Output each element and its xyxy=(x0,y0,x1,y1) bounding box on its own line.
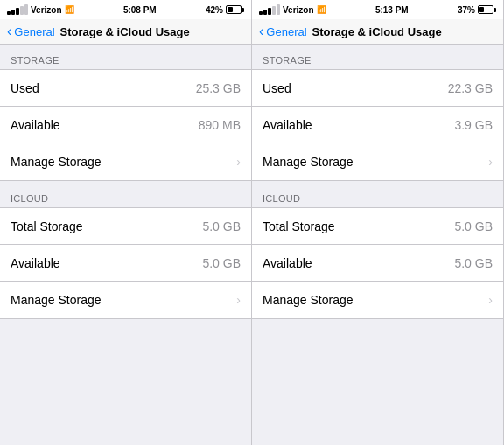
chevron-right-icon: › xyxy=(236,155,241,169)
row-value: 22.3 GB xyxy=(448,81,493,95)
row-right: › xyxy=(485,155,493,169)
storage-section-header: STORAGE xyxy=(252,45,503,69)
signal-dots-icon xyxy=(7,4,28,15)
back-label: General xyxy=(14,25,54,38)
row-label: Total Storage xyxy=(262,219,335,233)
status-bar: Verizon📶5:13 PM37% xyxy=(252,0,503,19)
row-label: Used xyxy=(10,81,39,95)
row-value: 5.0 GB xyxy=(454,219,493,233)
carrier-label: Verizon xyxy=(283,5,314,15)
icloud-row-2[interactable]: Manage Storage› xyxy=(0,282,251,318)
phone-panel-right: Verizon📶5:13 PM37%‹GeneralStorage & iClo… xyxy=(252,0,504,445)
storage-group: Used25.3 GBAvailable890 MBManage Storage… xyxy=(0,69,251,181)
nav-bar: ‹GeneralStorage & iCloud Usage xyxy=(0,19,251,45)
row-label: Available xyxy=(262,118,312,132)
row-label: Available xyxy=(262,256,312,270)
storage-group: Used22.3 GBAvailable3.9 GBManage Storage… xyxy=(252,69,503,181)
chevron-right-icon: › xyxy=(488,155,493,169)
chevron-left-icon: ‹ xyxy=(7,24,11,38)
battery-percentage: 37% xyxy=(458,5,475,15)
icloud-row-0: Total Storage5.0 GB xyxy=(0,208,251,245)
storage-section-header: STORAGE xyxy=(0,45,251,69)
wifi-icon: 📶 xyxy=(317,5,326,14)
icloud-row-0: Total Storage5.0 GB xyxy=(252,208,503,245)
row-right: 25.3 GB xyxy=(196,81,241,95)
storage-row-1: Available890 MB xyxy=(0,107,251,143)
icloud-section-header: ICLOUD xyxy=(0,183,251,207)
back-button[interactable]: ‹General xyxy=(259,24,307,38)
chevron-left-icon: ‹ xyxy=(259,24,263,38)
storage-row-1: Available3.9 GB xyxy=(252,107,503,143)
row-value: 5.0 GB xyxy=(202,256,241,270)
row-label: Available xyxy=(10,118,60,132)
row-label: Manage Storage xyxy=(10,155,102,169)
back-label: General xyxy=(266,25,306,38)
row-label: Total Storage xyxy=(10,219,83,233)
icloud-group: Total Storage5.0 GBAvailable5.0 GBManage… xyxy=(0,207,251,319)
storage-row-2[interactable]: Manage Storage› xyxy=(0,143,251,180)
row-label: Manage Storage xyxy=(10,293,102,307)
row-right: › xyxy=(233,155,241,169)
icloud-section-header: ICLOUD xyxy=(252,183,503,207)
row-right: 5.0 GB xyxy=(202,219,241,233)
row-right: 5.0 GB xyxy=(454,256,493,270)
row-value: 890 MB xyxy=(199,118,241,132)
chevron-right-icon: › xyxy=(236,293,241,307)
battery-icon xyxy=(478,5,496,14)
battery-icon xyxy=(226,5,244,14)
status-bar: Verizon📶5:08 PM42% xyxy=(0,0,251,19)
time-label: 5:08 PM xyxy=(123,5,157,15)
page-title: Storage & iCloud Usage xyxy=(60,25,190,38)
row-right: 890 MB xyxy=(199,118,241,132)
wifi-icon: 📶 xyxy=(65,5,74,14)
carrier-label: Verizon xyxy=(31,5,62,15)
icloud-row-1: Available5.0 GB xyxy=(0,245,251,282)
icloud-row-1: Available5.0 GB xyxy=(252,245,503,282)
battery-percentage: 42% xyxy=(206,5,223,15)
storage-row-2[interactable]: Manage Storage› xyxy=(252,143,503,180)
carrier-signal: Verizon📶 xyxy=(7,4,74,15)
storage-row-0: Used25.3 GB xyxy=(0,70,251,107)
icloud-row-2[interactable]: Manage Storage› xyxy=(252,282,503,318)
row-right: › xyxy=(233,293,241,307)
chevron-right-icon: › xyxy=(488,293,493,307)
icloud-group: Total Storage5.0 GBAvailable5.0 GBManage… xyxy=(252,207,503,319)
page-title: Storage & iCloud Usage xyxy=(312,25,442,38)
row-label: Manage Storage xyxy=(262,155,354,169)
row-label: Used xyxy=(262,81,291,95)
row-right: 5.0 GB xyxy=(202,256,241,270)
time-label: 5:13 PM xyxy=(375,5,409,15)
carrier-signal: Verizon📶 xyxy=(259,4,326,15)
row-label: Available xyxy=(10,256,60,270)
row-value: 5.0 GB xyxy=(202,219,241,233)
row-value: 25.3 GB xyxy=(196,81,241,95)
row-right: 5.0 GB xyxy=(454,219,493,233)
row-label: Manage Storage xyxy=(262,293,354,307)
row-right: 22.3 GB xyxy=(448,81,493,95)
row-value: 5.0 GB xyxy=(454,256,493,270)
storage-row-0: Used22.3 GB xyxy=(252,70,503,107)
phone-panel-left: Verizon📶5:08 PM42%‹GeneralStorage & iClo… xyxy=(0,0,252,445)
row-right: 3.9 GB xyxy=(454,118,493,132)
battery-area: 42% xyxy=(206,5,244,15)
battery-area: 37% xyxy=(458,5,496,15)
row-right: › xyxy=(485,293,493,307)
back-button[interactable]: ‹General xyxy=(7,24,55,38)
row-value: 3.9 GB xyxy=(454,118,493,132)
nav-bar: ‹GeneralStorage & iCloud Usage xyxy=(252,19,503,45)
signal-dots-icon xyxy=(259,4,280,15)
